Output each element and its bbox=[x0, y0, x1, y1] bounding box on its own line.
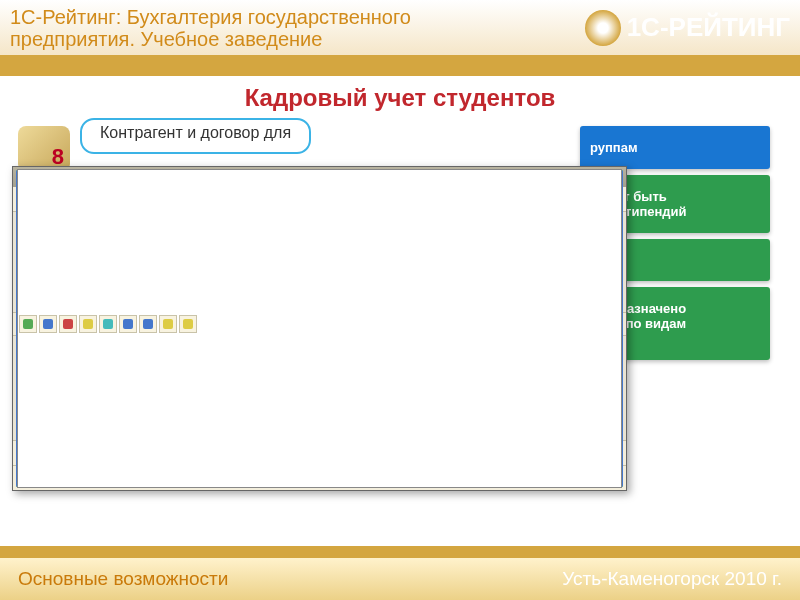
dialog-window: Приказ по учебному заведению: Отмена льг… bbox=[12, 166, 627, 491]
page-footer: Основные возможности Усть-Каменогорск 20… bbox=[0, 546, 800, 600]
move-down-icon[interactable] bbox=[139, 315, 157, 333]
toolbar-icon[interactable] bbox=[99, 315, 117, 333]
window-toolbar: Операция Действия bbox=[13, 187, 626, 212]
toolbar-icon[interactable] bbox=[316, 190, 334, 208]
brand-logo-icon bbox=[585, 10, 621, 46]
sort-icon[interactable] bbox=[159, 315, 177, 333]
brand: 1С-РЕЙТИНГ bbox=[585, 10, 790, 46]
sort-icon[interactable] bbox=[179, 315, 197, 333]
footer-right: Усть-Каменогорск 2010 г. bbox=[562, 568, 782, 590]
move-up-icon[interactable] bbox=[119, 315, 137, 333]
bg-card: руппам bbox=[580, 126, 770, 169]
copy-row-icon[interactable] bbox=[79, 315, 97, 333]
delete-row-icon[interactable] bbox=[59, 315, 77, 333]
add-row-icon[interactable] bbox=[19, 315, 37, 333]
app-header: 1С-Рейтинг: Бухгалтерия государственного… bbox=[0, 0, 800, 58]
edit-row-icon[interactable] bbox=[39, 315, 57, 333]
divider-strip bbox=[0, 58, 800, 76]
section-title: Кадровый учет студентов bbox=[0, 76, 800, 114]
context-pill: Контрагент и договор для bbox=[80, 118, 311, 154]
product-title: 1С-Рейтинг: Бухгалтерия государственного… bbox=[10, 6, 585, 50]
footer-left: Основные возможности bbox=[18, 568, 228, 590]
